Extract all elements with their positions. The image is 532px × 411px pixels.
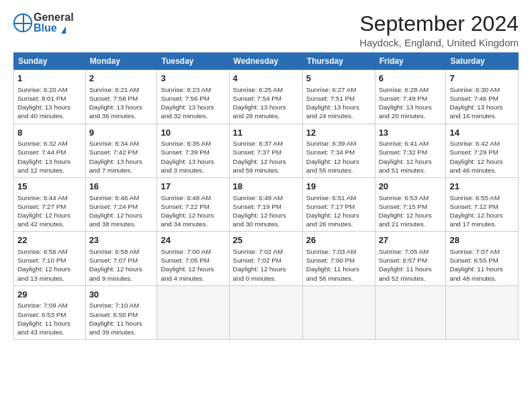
table-row: 30Sunrise: 7:10 AM Sunset: 6:50 PM Dayli…: [85, 285, 157, 339]
day-detail: Sunrise: 6:56 AM Sunset: 7:10 PM Dayligh…: [17, 247, 82, 283]
table-row: 29Sunrise: 7:09 AM Sunset: 6:53 PM Dayli…: [14, 285, 86, 339]
calendar-week-row: 22Sunrise: 6:56 AM Sunset: 7:10 PM Dayli…: [14, 232, 519, 285]
day-number: 5: [306, 73, 371, 85]
table-row: [157, 285, 229, 339]
day-detail: Sunrise: 7:07 AM Sunset: 6:55 PM Dayligh…: [449, 247, 515, 283]
day-number: 29: [17, 289, 82, 301]
day-number: 12: [306, 127, 371, 139]
day-number: 30: [89, 289, 154, 301]
day-number: 18: [233, 181, 299, 193]
day-detail: Sunrise: 7:02 AM Sunset: 7:02 PM Dayligh…: [233, 247, 299, 283]
day-detail: Sunrise: 6:21 AM Sunset: 7:58 PM Dayligh…: [89, 85, 154, 121]
day-number: 21: [449, 181, 515, 193]
col-thursday: Thursday: [302, 53, 375, 70]
table-row: 19Sunrise: 6:51 AM Sunset: 7:17 PM Dayli…: [302, 178, 375, 232]
day-detail: Sunrise: 6:42 AM Sunset: 7:29 PM Dayligh…: [449, 139, 515, 175]
logo: General Blue: [13, 12, 74, 34]
day-number: 19: [306, 181, 371, 193]
day-number: 10: [161, 127, 225, 139]
day-detail: Sunrise: 6:28 AM Sunset: 7:49 PM Dayligh…: [379, 85, 443, 121]
table-row: [229, 285, 302, 339]
col-wednesday: Wednesday: [229, 53, 302, 70]
table-row: [302, 285, 375, 339]
day-detail: Sunrise: 7:00 AM Sunset: 7:05 PM Dayligh…: [161, 247, 225, 283]
table-row: 16Sunrise: 6:46 AM Sunset: 7:24 PM Dayli…: [85, 178, 157, 232]
table-row: 24Sunrise: 7:00 AM Sunset: 7:05 PM Dayli…: [157, 232, 229, 285]
header: General Blue September 2024 Haydock, Eng…: [13, 12, 519, 48]
day-number: 1: [17, 73, 82, 85]
day-detail: Sunrise: 6:39 AM Sunset: 7:34 PM Dayligh…: [306, 139, 371, 175]
calendar-week-row: 1Sunrise: 6:20 AM Sunset: 8:01 PM Daylig…: [14, 70, 519, 124]
col-tuesday: Tuesday: [157, 53, 229, 70]
day-detail: Sunrise: 6:30 AM Sunset: 7:46 PM Dayligh…: [449, 85, 515, 121]
calendar-week-row: 29Sunrise: 7:09 AM Sunset: 6:53 PM Dayli…: [14, 285, 519, 339]
table-row: 13Sunrise: 6:41 AM Sunset: 7:32 PM Dayli…: [375, 124, 446, 177]
page: General Blue September 2024 Haydock, Eng…: [0, 0, 532, 411]
calendar-week-row: 8Sunrise: 6:32 AM Sunset: 7:44 PM Daylig…: [14, 124, 519, 177]
day-detail: Sunrise: 6:20 AM Sunset: 8:01 PM Dayligh…: [17, 85, 82, 121]
calendar-table: Sunday Monday Tuesday Wednesday Thursday…: [13, 52, 519, 340]
title-block: September 2024 Haydock, England, United …: [359, 12, 519, 48]
day-detail: Sunrise: 6:32 AM Sunset: 7:44 PM Dayligh…: [17, 139, 82, 175]
table-row: [375, 285, 446, 339]
calendar-header-row: Sunday Monday Tuesday Wednesday Thursday…: [14, 53, 519, 70]
day-number: 25: [233, 234, 299, 246]
day-detail: Sunrise: 6:34 AM Sunset: 7:42 PM Dayligh…: [89, 139, 154, 175]
subtitle: Haydock, England, United Kingdom: [359, 37, 519, 48]
day-detail: Sunrise: 7:09 AM Sunset: 6:53 PM Dayligh…: [17, 301, 82, 336]
day-number: 2: [89, 73, 154, 85]
day-number: 6: [379, 73, 443, 85]
table-row: 4Sunrise: 6:25 AM Sunset: 7:54 PM Daylig…: [229, 70, 302, 124]
day-number: 26: [306, 234, 371, 246]
logo-words: General Blue: [34, 12, 74, 34]
day-number: 24: [161, 234, 225, 246]
table-row: 11Sunrise: 6:37 AM Sunset: 7:37 PM Dayli…: [229, 124, 302, 177]
day-number: 15: [17, 181, 82, 193]
table-row: 1Sunrise: 6:20 AM Sunset: 8:01 PM Daylig…: [14, 70, 86, 124]
table-row: 12Sunrise: 6:39 AM Sunset: 7:34 PM Dayli…: [302, 124, 375, 177]
day-detail: Sunrise: 6:23 AM Sunset: 7:56 PM Dayligh…: [161, 85, 225, 121]
table-row: 3Sunrise: 6:23 AM Sunset: 7:56 PM Daylig…: [157, 70, 229, 124]
day-number: 16: [89, 181, 154, 193]
day-number: 4: [233, 73, 299, 85]
day-detail: Sunrise: 6:51 AM Sunset: 7:17 PM Dayligh…: [306, 193, 371, 229]
day-number: 13: [379, 127, 443, 139]
day-detail: Sunrise: 6:46 AM Sunset: 7:24 PM Dayligh…: [89, 193, 154, 229]
main-title: September 2024: [359, 12, 519, 36]
day-detail: Sunrise: 6:53 AM Sunset: 7:15 PM Dayligh…: [379, 193, 443, 229]
day-detail: Sunrise: 7:05 AM Sunset: 6:57 PM Dayligh…: [379, 247, 443, 283]
table-row: 28Sunrise: 7:07 AM Sunset: 6:55 PM Dayli…: [446, 232, 519, 285]
table-row: 21Sunrise: 6:55 AM Sunset: 7:12 PM Dayli…: [446, 178, 519, 232]
day-number: 17: [161, 181, 225, 193]
table-row: 2Sunrise: 6:21 AM Sunset: 7:58 PM Daylig…: [85, 70, 157, 124]
calendar-week-row: 15Sunrise: 6:44 AM Sunset: 7:27 PM Dayli…: [14, 178, 519, 232]
logo-triangle-icon: [61, 26, 66, 34]
day-number: 22: [17, 234, 82, 246]
day-detail: Sunrise: 6:44 AM Sunset: 7:27 PM Dayligh…: [17, 193, 82, 229]
col-sunday: Sunday: [14, 53, 86, 70]
day-number: 20: [379, 181, 443, 193]
day-number: 23: [89, 234, 154, 246]
day-detail: Sunrise: 6:41 AM Sunset: 7:32 PM Dayligh…: [379, 139, 443, 175]
day-detail: Sunrise: 7:10 AM Sunset: 6:50 PM Dayligh…: [89, 301, 154, 336]
table-row: 14Sunrise: 6:42 AM Sunset: 7:29 PM Dayli…: [446, 124, 519, 177]
logo-blue: Blue: [34, 22, 57, 34]
col-friday: Friday: [375, 53, 446, 70]
table-row: 7Sunrise: 6:30 AM Sunset: 7:46 PM Daylig…: [446, 70, 519, 124]
table-row: 27Sunrise: 7:05 AM Sunset: 6:57 PM Dayli…: [375, 232, 446, 285]
table-row: 18Sunrise: 6:49 AM Sunset: 7:19 PM Dayli…: [229, 178, 302, 232]
logo-globe-icon: [13, 13, 32, 32]
logo-blue-row: Blue: [34, 23, 74, 34]
col-saturday: Saturday: [446, 53, 519, 70]
day-number: 7: [449, 73, 515, 85]
table-row: 17Sunrise: 6:48 AM Sunset: 7:22 PM Dayli…: [157, 178, 229, 232]
table-row: 26Sunrise: 7:03 AM Sunset: 7:00 PM Dayli…: [302, 232, 375, 285]
logo-general: General: [34, 12, 74, 23]
day-number: 3: [161, 73, 225, 85]
day-number: 28: [449, 234, 515, 246]
table-row: 15Sunrise: 6:44 AM Sunset: 7:27 PM Dayli…: [14, 178, 86, 232]
day-detail: Sunrise: 6:55 AM Sunset: 7:12 PM Dayligh…: [449, 193, 515, 229]
day-detail: Sunrise: 6:35 AM Sunset: 7:39 PM Dayligh…: [161, 139, 225, 175]
logo-icon: General Blue: [13, 12, 74, 34]
day-number: 11: [233, 127, 299, 139]
